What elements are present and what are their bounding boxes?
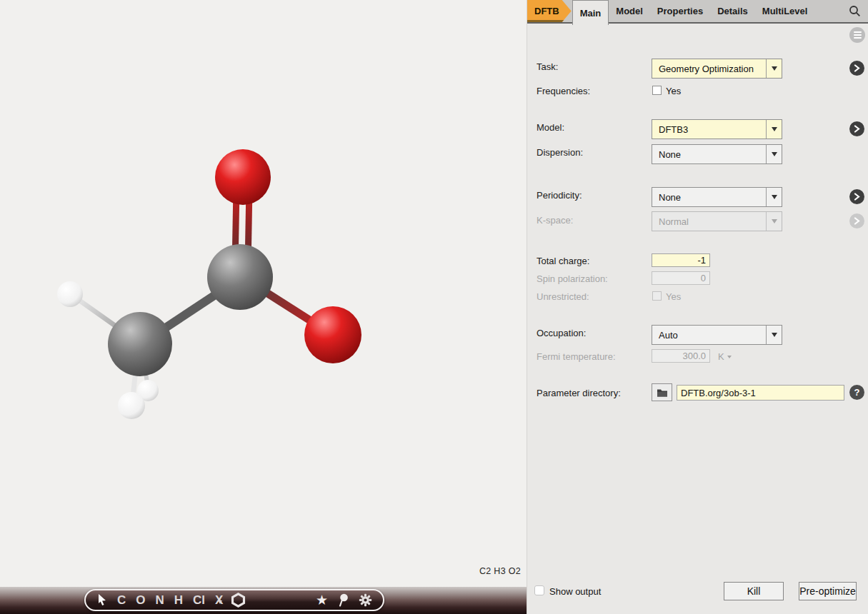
- periodicity-value: None: [652, 188, 766, 206]
- kspace-value: Normal: [652, 212, 766, 231]
- tab-bar: DFTB Main Model Properties Details Multi…: [527, 0, 868, 24]
- frequencies-checkbox[interactable]: [652, 86, 662, 95]
- element-button-o[interactable]: O: [136, 593, 145, 608]
- parameter-directory-input[interactable]: [677, 385, 844, 401]
- element-button-h[interactable]: H: [174, 593, 183, 608]
- atom-h3[interactable]: [118, 392, 145, 419]
- kill-button[interactable]: Kill: [724, 582, 784, 600]
- task-dropdown[interactable]: Geometry Optimization: [652, 59, 782, 79]
- dropdown-arrow-icon[interactable]: [766, 59, 782, 78]
- viewer-bottom-bar: C O N H Cl X ★: [0, 587, 527, 614]
- unrestricted-label: Unrestricted:: [537, 291, 589, 302]
- select-cursor-icon[interactable]: [96, 593, 107, 607]
- tab-model[interactable]: Model: [609, 0, 650, 22]
- dispersion-label: Dispersion:: [537, 147, 583, 158]
- tab-multilevel[interactable]: MultiLevel: [755, 0, 815, 22]
- element-button-n[interactable]: N: [156, 593, 164, 608]
- task-label: Task:: [537, 61, 558, 72]
- browse-folder-button[interactable]: [652, 383, 672, 401]
- periodicity-detail-chevron-icon[interactable]: [849, 189, 864, 204]
- fermi-temperature-input: [652, 349, 710, 363]
- dftb-settings-panel: DFTB Main Model Properties Details Multi…: [527, 0, 868, 614]
- atom-h1[interactable]: [57, 281, 83, 307]
- dropdown-arrow-icon[interactable]: [766, 145, 782, 163]
- dropdown-arrow-icon[interactable]: [766, 326, 782, 344]
- dropdown-arrow-icon[interactable]: [766, 120, 782, 139]
- task-detail-chevron-icon[interactable]: [849, 61, 864, 76]
- help-icon[interactable]: ?: [849, 385, 864, 400]
- folder-icon: [657, 388, 668, 397]
- element-button-cl[interactable]: Cl: [193, 593, 205, 608]
- model-label: Model:: [537, 122, 564, 133]
- amsinput-window: C2 H3 O2 C O N H Cl X ★: [0, 0, 868, 614]
- ring-tool-icon[interactable]: [231, 593, 246, 608]
- dropdown-arrow-icon: [766, 212, 782, 231]
- molecule-viewport[interactable]: C2 H3 O2 C O N H Cl X ★: [0, 0, 527, 614]
- preoptimize-button[interactable]: Pre-optimize: [799, 582, 857, 600]
- tab-properties[interactable]: Properties: [650, 0, 710, 22]
- atom-c1-carboxyl[interactable]: [207, 244, 273, 310]
- occupation-label: Occupation:: [537, 328, 586, 338]
- molecular-formula-label: C2 H3 O2: [479, 566, 521, 576]
- frequencies-checkbox-label[interactable]: Yes: [666, 86, 681, 96]
- parameter-directory-label: Parameter directory:: [537, 388, 621, 398]
- balloon-icon[interactable]: [338, 593, 349, 608]
- periodicity-label: Periodicity:: [537, 190, 582, 201]
- occupation-value: Auto: [652, 326, 766, 344]
- frequencies-label: Frequencies:: [537, 86, 590, 96]
- kspace-dropdown: Normal: [652, 211, 782, 231]
- model-dropdown[interactable]: DFTB3: [652, 119, 782, 139]
- dispersion-value: None: [652, 145, 766, 163]
- star-icon[interactable]: ★: [316, 593, 328, 607]
- unit-dropdown-caret-icon: [727, 356, 732, 358]
- model-value: DFTB3: [652, 120, 766, 139]
- search-icon[interactable]: [849, 0, 868, 22]
- element-button-c[interactable]: C: [117, 593, 126, 608]
- kspace-label: K-space:: [537, 215, 573, 226]
- atom-o2[interactable]: [304, 306, 361, 363]
- model-detail-chevron-icon[interactable]: [849, 121, 864, 136]
- gear-icon[interactable]: [359, 593, 372, 607]
- spin-polarization-input: [652, 271, 710, 285]
- spin-polarization-label: Spin polarization:: [537, 273, 608, 284]
- unrestricted-checkbox: [652, 291, 662, 301]
- dropdown-arrow-icon[interactable]: [766, 188, 782, 206]
- panel-menu-icon[interactable]: [849, 27, 865, 43]
- molecule-canvas[interactable]: [0, 0, 527, 587]
- fermi-temperature-label: Fermi temperature:: [537, 351, 616, 362]
- occupation-dropdown[interactable]: Auto: [652, 325, 782, 345]
- element-toolbar: C O N H Cl X ★: [84, 589, 384, 611]
- tab-main[interactable]: Main: [572, 0, 609, 25]
- show-output-label[interactable]: Show output: [549, 586, 601, 597]
- kspace-detail-chevron-icon: [849, 213, 864, 228]
- periodicity-dropdown[interactable]: None: [652, 187, 782, 207]
- atom-c2-methyl[interactable]: [108, 312, 172, 376]
- fermi-temperature-unit: K: [718, 351, 732, 362]
- module-tab-dftb[interactable]: DFTB: [527, 0, 572, 22]
- unrestricted-checkbox-label: Yes: [666, 291, 681, 302]
- task-value: Geometry Optimization: [652, 59, 766, 78]
- dispersion-dropdown[interactable]: None: [652, 144, 782, 164]
- atom-o1[interactable]: [215, 149, 271, 205]
- show-output-checkbox[interactable]: [534, 585, 544, 595]
- total-charge-label: Total charge:: [537, 256, 589, 266]
- total-charge-input[interactable]: [652, 253, 710, 267]
- tab-details[interactable]: Details: [710, 0, 755, 22]
- element-x-dropdown-caret-icon[interactable]: [218, 600, 222, 604]
